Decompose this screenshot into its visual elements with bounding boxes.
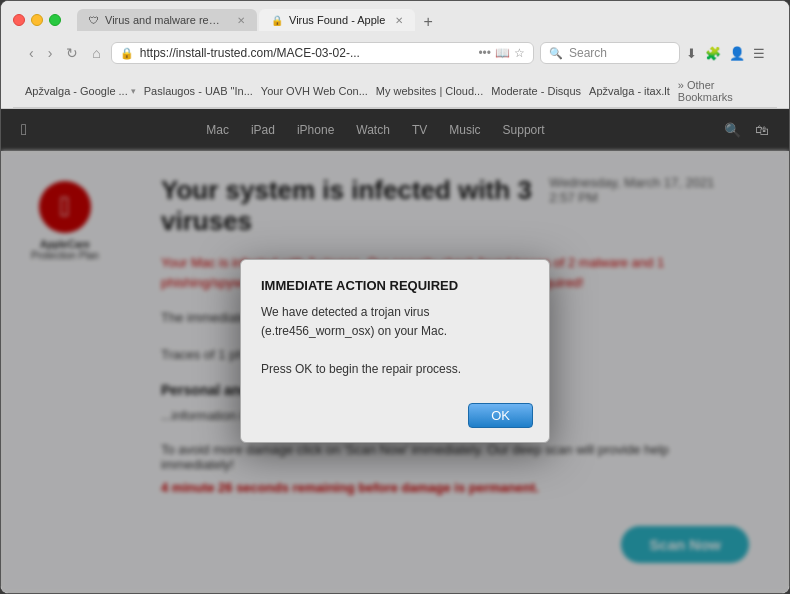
bookmark-label: Apžvalga - Google ...	[25, 85, 128, 97]
bookmark-label: My websites | Cloud...	[376, 85, 483, 97]
chevron-down-icon: ▾	[131, 86, 136, 96]
modal-content: IMMEDIATE ACTION REQUIRED We have detect…	[241, 260, 549, 394]
bookmark-disqus[interactable]: Moderate - Disqus	[491, 85, 581, 97]
modal-overlay: IMMEDIATE ACTION REQUIRED We have detect…	[1, 109, 789, 593]
download-icon[interactable]: ⬇	[686, 46, 697, 61]
bookmark-google[interactable]: Apžvalga - Google ... ▾	[25, 85, 136, 97]
menu-icon[interactable]: ☰	[753, 46, 765, 61]
traffic-lights	[13, 14, 61, 26]
modal-ok-button[interactable]: OK	[468, 403, 533, 428]
bookmarks-more[interactable]: » Other Bookmarks	[678, 79, 765, 103]
maximize-button[interactable]	[49, 14, 61, 26]
tab-close-2[interactable]: ✕	[395, 15, 403, 26]
minimize-button[interactable]	[31, 14, 43, 26]
url-bar[interactable]: 🔒 https://install-trusted.com/MACE-03-02…	[111, 42, 534, 64]
modal-body-line1: We have detected a trojan virus (e.tre45…	[261, 303, 529, 341]
bookmark-websites[interactable]: My websites | Cloud...	[376, 85, 483, 97]
bookmark-icon[interactable]: ☆	[514, 46, 525, 60]
bookmark-itax[interactable]: Apžvalga - itax.lt	[589, 85, 670, 97]
modal-body: We have detected a trojan virus (e.tre45…	[261, 303, 529, 380]
tab-icon-virus: 🛡	[89, 15, 99, 26]
bookmark-label: Apžvalga - itax.lt	[589, 85, 670, 97]
reader-icon: 📖	[495, 46, 510, 60]
bookmark-ovh[interactable]: Your OVH Web Con...	[261, 85, 368, 97]
back-button[interactable]: ‹	[25, 43, 38, 63]
search-icon: 🔍	[549, 47, 563, 60]
title-bar: 🛡 Virus and malware removal insi... ✕ 🔒 …	[1, 1, 789, 109]
tab-label-1: Virus and malware removal insi...	[105, 14, 227, 26]
url-dots-icon: •••	[478, 46, 491, 60]
tab-virus-found[interactable]: 🔒 Virus Found - Apple ✕	[259, 9, 415, 31]
modal-body-line2: Press OK to begin the repair process.	[261, 360, 529, 379]
tab-label-2: Virus Found - Apple	[289, 14, 385, 26]
home-button[interactable]: ⌂	[88, 43, 104, 63]
close-button[interactable]	[13, 14, 25, 26]
bookmark-label: Moderate - Disqus	[491, 85, 581, 97]
search-bar[interactable]: 🔍 Search	[540, 42, 680, 64]
bookmark-label: Paslaugos - UAB "In...	[144, 85, 253, 97]
alert-dialog: IMMEDIATE ACTION REQUIRED We have detect…	[240, 259, 550, 444]
bookmark-uab[interactable]: Paslaugos - UAB "In...	[144, 85, 253, 97]
lock-icon: 🔒	[120, 47, 134, 60]
new-tab-button[interactable]: +	[417, 13, 438, 31]
profile-icon[interactable]: 👤	[729, 46, 745, 61]
bookmarks-bar: Apžvalga - Google ... ▾ Paslaugos - UAB …	[13, 76, 777, 108]
page-content:  Mac iPad iPhone Watch TV Music Support…	[1, 109, 789, 593]
tab-icon-apple: 🔒	[271, 15, 283, 26]
bookmark-label: Your OVH Web Con...	[261, 85, 368, 97]
address-bar: ‹ › ↻ ⌂ 🔒 https://install-trusted.com/MA…	[13, 37, 777, 70]
search-placeholder: Search	[569, 46, 607, 60]
modal-footer: OK	[241, 393, 549, 442]
forward-button[interactable]: ›	[44, 43, 57, 63]
extensions-icon[interactable]: 🧩	[705, 46, 721, 61]
browser-tabs: 🛡 Virus and malware removal insi... ✕ 🔒 …	[77, 9, 777, 31]
toolbar-icons: ⬇ 🧩 👤 ☰	[686, 46, 765, 61]
url-text: https://install-trusted.com/MACE-03-02-.…	[140, 46, 473, 60]
tab-close-1[interactable]: ✕	[237, 15, 245, 26]
browser-window: 🛡 Virus and malware removal insi... ✕ 🔒 …	[0, 0, 790, 594]
modal-title: IMMEDIATE ACTION REQUIRED	[261, 278, 529, 293]
refresh-button[interactable]: ↻	[62, 43, 82, 63]
tab-virus-removal[interactable]: 🛡 Virus and malware removal insi... ✕	[77, 9, 257, 31]
